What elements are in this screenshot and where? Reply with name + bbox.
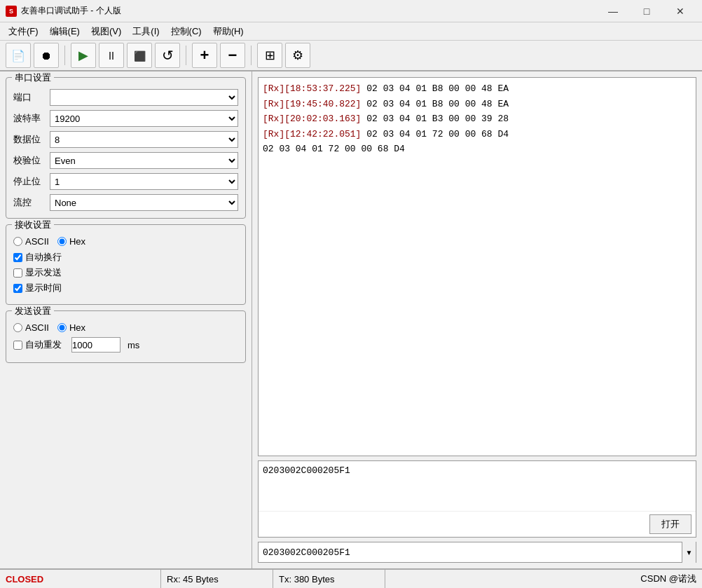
right-panel: [Rx][18:53:37.225] 02 03 04 01 B8 00 00 … (252, 71, 702, 568)
stop-icon (134, 48, 146, 63)
minimize-button[interactable]: — (597, 1, 629, 21)
rx-display-area: [Rx][18:53:37.225] 02 03 04 01 B8 00 00 … (258, 77, 696, 456)
parity-select[interactable]: NoneOddEvenMarkSpace (50, 152, 238, 169)
toolbar-separator-3 (251, 46, 252, 65)
stopbits-label: 停止位 (13, 175, 50, 188)
rx-timestamp: [Rx][20:02:03.163] (263, 114, 361, 124)
rx-hex-radio[interactable] (57, 237, 67, 246)
databits-row: 数据位 5678 (13, 131, 238, 148)
serial-settings-group: 串口设置 端口 波特率 9600 19200 38400 57600 11520… (6, 77, 246, 219)
rx-line: [Rx][18:53:37.225] 02 03 04 01 B8 00 00 … (263, 82, 691, 96)
show-send-row: 显示发送 (13, 266, 238, 279)
show-send-checkbox[interactable] (13, 268, 22, 278)
show-time-checkbox[interactable] (13, 284, 22, 293)
port-label: 端口 (13, 91, 50, 104)
rx-line: [Rx][20:02:03.163] 02 03 04 01 B3 00 00 … (263, 112, 691, 126)
serial-settings-title: 串口设置 (12, 71, 54, 84)
flow-row: 流控 NoneHardwareSoftware (13, 194, 238, 211)
send-dropdown-button[interactable]: ▼ (682, 542, 696, 563)
show-send-label[interactable]: 显示发送 (13, 266, 62, 279)
stopbits-select[interactable]: 11.52 (50, 173, 238, 190)
tx-hex-label[interactable]: Hex (57, 322, 85, 333)
minus-button[interactable] (220, 43, 245, 68)
pause-button[interactable] (99, 43, 124, 68)
auto-resend-checkbox[interactable] (13, 341, 22, 350)
baud-label: 波特率 (13, 112, 50, 125)
plus-icon (200, 46, 209, 64)
menu-help[interactable]: 帮助(H) (207, 24, 249, 39)
send-input[interactable] (259, 547, 682, 558)
rx-timestamp: [Rx][19:45:40.822] (263, 99, 361, 109)
open-button[interactable]: 打开 (649, 514, 691, 534)
databits-select[interactable]: 5678 (50, 131, 238, 148)
parity-row: 校验位 NoneOddEvenMarkSpace (13, 152, 238, 169)
parity-label: 校验位 (13, 154, 50, 167)
gear-button[interactable] (285, 43, 310, 68)
tape-icon (41, 48, 52, 63)
stop-button[interactable] (127, 43, 152, 68)
auto-newline-checkbox[interactable] (13, 253, 22, 262)
menu-bar: 文件(F) 编辑(E) 视图(V) 工具(I) 控制(C) 帮助(H) (0, 22, 702, 41)
gear-icon (292, 48, 303, 63)
receive-settings-title: 接收设置 (12, 219, 54, 231)
status-tx: Tx: 380 Bytes (273, 570, 385, 588)
minus-icon (228, 46, 238, 64)
tx-ascii-radio[interactable] (13, 323, 22, 332)
menu-edit[interactable]: 编辑(E) (44, 24, 85, 39)
refresh-icon (162, 47, 174, 64)
toolbar (0, 41, 702, 71)
auto-resend-label[interactable]: 自动重发 (13, 339, 62, 351)
port-select[interactable] (50, 89, 238, 106)
send-bar: ▼ (258, 542, 696, 563)
toolbar-separator-1 (64, 46, 65, 65)
rx-ascii-label[interactable]: ASCII (13, 236, 49, 247)
auto-newline-label[interactable]: 自动换行 (13, 251, 62, 264)
main-area: 串口设置 端口 波特率 9600 19200 38400 57600 11520… (0, 71, 702, 568)
refresh-button[interactable] (155, 43, 180, 68)
file-button[interactable] (6, 43, 31, 68)
rx-data: 02 03 04 01 B8 00 00 48 EA (361, 99, 509, 109)
left-panel: 串口设置 端口 波特率 9600 19200 38400 57600 11520… (0, 71, 252, 568)
show-time-row: 显示时间 (13, 282, 238, 294)
send-settings-group: 发送设置 ASCII Hex 自动重发 ms (6, 310, 246, 363)
status-credit: CSDN @诺浅 (385, 570, 702, 588)
tx-encoding-row: ASCII Hex (13, 322, 238, 333)
menu-control[interactable]: 控制(C) (165, 24, 207, 39)
layout-button[interactable] (257, 43, 282, 68)
baud-select[interactable]: 9600 19200 38400 57600 115200 (50, 110, 238, 127)
title-bar: S 友善串口调试助手 - 个人版 — □ ✕ (0, 0, 702, 22)
plus-button[interactable] (192, 43, 217, 68)
tx-ascii-label[interactable]: ASCII (13, 322, 49, 333)
status-closed: CLOSED (0, 570, 161, 588)
tx-actions: 打开 (259, 511, 696, 537)
play-icon (78, 48, 88, 63)
maximize-button[interactable]: □ (631, 1, 663, 21)
tx-textarea[interactable]: 0203002C000205F1 (259, 461, 696, 511)
status-bar: CLOSED Rx: 45 Bytes Tx: 380 Bytes CSDN @… (0, 568, 702, 588)
status-rx: Rx: 45 Bytes (161, 570, 273, 588)
play-button[interactable] (71, 43, 96, 68)
rx-line: 02 03 04 01 72 00 00 68 D4 (263, 142, 691, 156)
close-button[interactable]: ✕ (664, 1, 696, 21)
rx-encoding-row: ASCII Hex (13, 236, 238, 247)
menu-file[interactable]: 文件(F) (3, 24, 44, 39)
rx-line: [Rx][12:42:22.051] 02 03 04 01 72 00 00 … (263, 128, 691, 142)
flow-select[interactable]: NoneHardwareSoftware (50, 194, 238, 211)
receive-settings-group: 接收设置 ASCII Hex 自动换行 (6, 224, 246, 305)
rx-data: 02 03 04 01 B8 00 00 48 EA (361, 83, 509, 94)
rx-ascii-radio[interactable] (13, 237, 22, 246)
menu-tools[interactable]: 工具(I) (127, 24, 165, 39)
interval-input[interactable] (71, 337, 121, 353)
window-title: 友善串口调试助手 - 个人版 (21, 5, 597, 17)
rx-data: 02 03 04 01 72 00 00 68 D4 (263, 144, 405, 154)
auto-resend-row: 自动重发 ms (13, 337, 238, 353)
tx-hex-radio[interactable] (57, 323, 67, 332)
baud-row: 波特率 9600 19200 38400 57600 115200 (13, 110, 238, 127)
show-time-label[interactable]: 显示时间 (13, 282, 62, 294)
layout-icon (265, 48, 275, 63)
menu-view[interactable]: 视图(V) (85, 24, 127, 39)
window-controls: — □ ✕ (597, 1, 696, 21)
tape-button[interactable] (34, 43, 59, 68)
rx-hex-label[interactable]: Hex (57, 236, 85, 247)
toolbar-separator-2 (186, 46, 186, 65)
